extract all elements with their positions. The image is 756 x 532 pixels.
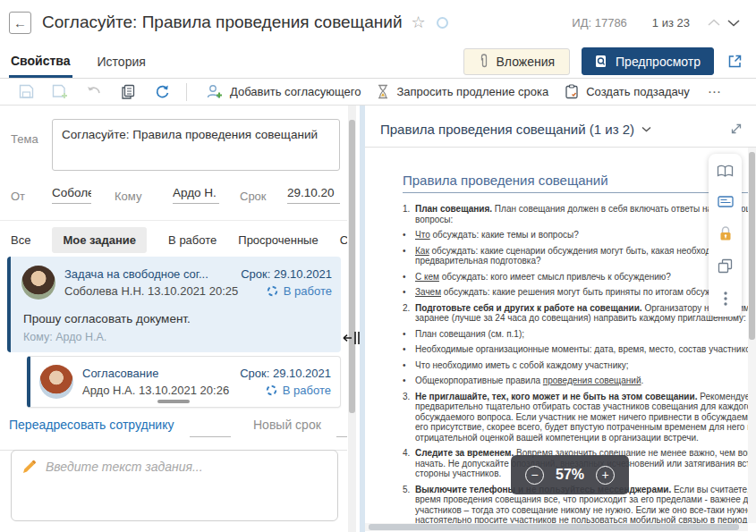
zoom-out-button[interactable]: − xyxy=(525,466,544,485)
save-and-close-button xyxy=(43,81,77,103)
filter-my-task[interactable]: Мое задание xyxy=(52,227,147,253)
preview-scrollbar-thumb[interactable] xyxy=(749,152,755,340)
task-actions-row: Переадресовать сотруднику Новый срок xyxy=(0,407,347,451)
doc-list-item: 3.Не приглашайте, тех, кого может и не б… xyxy=(403,392,748,443)
favorite-star-icon[interactable]: ☆ xyxy=(412,13,426,32)
new-deadline-field[interactable] xyxy=(336,421,347,437)
filter-with-comments[interactable]: С ком xyxy=(340,233,347,247)
person-plus-icon xyxy=(207,84,223,100)
task-card-deadline: Срок: 29.10.2021 xyxy=(240,365,331,382)
lock-button[interactable] xyxy=(718,225,733,241)
preview-document-title[interactable]: Правила проведения совещаний (1 из 2) xyxy=(380,122,634,137)
tab-history[interactable]: История xyxy=(96,46,148,76)
left-panel-scrollbar xyxy=(348,106,356,532)
doc-list-item: 2.Подготовьте себя и других к работе на … xyxy=(403,303,748,324)
doc-list-item: •Как обсуждать: какие сценарии обсуждени… xyxy=(403,246,748,266)
undo-button xyxy=(77,81,111,103)
deadline-label: Срок xyxy=(240,190,267,203)
annotations-button[interactable] xyxy=(718,196,734,207)
filter-in-progress[interactable]: В работе xyxy=(168,233,217,247)
from-label: От xyxy=(11,190,25,203)
refresh-button[interactable] xyxy=(145,81,179,103)
to-label: Кому xyxy=(115,190,141,203)
task-card-status: В работе xyxy=(283,382,331,399)
vertical-dots-icon xyxy=(724,291,727,306)
zoom-control: − 57% + xyxy=(511,455,629,494)
section-drag-handle[interactable] xyxy=(157,400,190,403)
filter-overdue[interactable]: Просроченные xyxy=(238,233,318,247)
layers-icon xyxy=(718,258,733,274)
attachments-label: Вложения xyxy=(496,55,555,69)
task-card-author-date: Ардо Н.А. 13.10.2021 20:26 xyxy=(82,382,229,399)
to-field[interactable]: Ардо Н. xyxy=(173,186,219,204)
next-record-button[interactable] xyxy=(724,13,743,32)
create-subtask-label: Создать подзадачу xyxy=(586,85,690,98)
forward-employee-field[interactable] xyxy=(190,421,231,437)
new-deadline-label: Новый срок xyxy=(253,418,321,432)
zoom-level: 57% xyxy=(556,467,584,483)
task-card-selected[interactable]: Задача на свободное сог... Срок: 29.10.2… xyxy=(7,257,341,352)
task-card-to: Кому: Ардо Н.А. xyxy=(23,331,332,343)
task-properties-panel: Тема Согласуйте: Правила проведения сове… xyxy=(0,106,347,532)
add-approver-button[interactable]: Добавить согласующего xyxy=(207,84,361,100)
in-progress-spinner-icon xyxy=(267,285,278,297)
tab-properties[interactable]: Свойства xyxy=(9,46,72,78)
toolbar-separator xyxy=(186,83,187,101)
preview-more-button[interactable] xyxy=(724,291,727,306)
avatar-soboleva xyxy=(21,266,55,300)
doc-list-item: •С кем обсуждать: кого имеет смысл привл… xyxy=(403,272,748,283)
subject-input[interactable]: Согласуйте: Правила проведения совещаний xyxy=(52,119,340,171)
refresh-icon xyxy=(155,84,170,99)
preview-header: Правила проведения совещаний (1 из 2) xyxy=(365,106,756,148)
read-mode-button[interactable] xyxy=(717,165,734,178)
window-header: ← Согласуйте: Правила проведения совещан… xyxy=(0,0,756,45)
document-preview-panel: Правила проведения совещаний (1 из 2) Пр… xyxy=(360,106,756,532)
save-button xyxy=(9,81,43,103)
forward-to-employee-link[interactable]: Переадресовать сотруднику xyxy=(9,418,174,432)
annotation-panel-icon xyxy=(718,196,734,207)
status-ring-icon xyxy=(437,17,448,29)
task-card-status: В работе xyxy=(284,283,332,300)
versions-button[interactable] xyxy=(718,258,733,274)
doc-list-item: •Зачем обсуждать: какие решения могут бы… xyxy=(403,287,748,298)
avatar-ardo xyxy=(39,365,73,399)
toolbar-more-button[interactable]: ⋯ xyxy=(708,84,722,100)
task-card-deadline: Срок: 29.10.2021 xyxy=(241,266,332,283)
zoom-in-button[interactable]: + xyxy=(596,466,615,485)
doc-list-item: 1.План совещания. План совещания должен … xyxy=(403,204,748,224)
preview-label: Предпросмотр xyxy=(616,55,701,69)
copy-button[interactable] xyxy=(111,81,145,103)
attachments-button[interactable]: Вложения xyxy=(463,48,570,75)
task-card-title: Задача на свободное сог... xyxy=(64,266,208,283)
document-selector-chevron-icon[interactable] xyxy=(641,126,651,132)
left-scrollbar-thumb[interactable] xyxy=(349,120,355,413)
task-card-author-date: Соболева Н.Н. 13.10.2021 20:25 xyxy=(64,283,238,300)
chevron-down-icon xyxy=(727,19,740,27)
preview-button[interactable]: Предпросмотр xyxy=(582,47,714,75)
hourglass-icon xyxy=(377,84,389,99)
expand-preview-button[interactable] xyxy=(729,122,743,136)
filter-all[interactable]: Все xyxy=(11,233,30,247)
subtask-icon xyxy=(565,84,579,99)
subject-label: Тема xyxy=(11,132,38,146)
task-text-input[interactable] xyxy=(11,450,338,521)
doc-list-item: •Общекорпоративные правила проведения со… xyxy=(403,376,748,386)
save-icon xyxy=(19,84,34,99)
doc-list-item: •План совещания (см. п.1); xyxy=(403,329,748,340)
document-heading: Правила проведения совещаний xyxy=(403,173,748,193)
preview-tools xyxy=(709,154,742,317)
record-pager: 1 из 23 xyxy=(652,16,690,30)
paperclip-icon xyxy=(479,54,489,69)
request-extension-button[interactable]: Запросить продление срока xyxy=(377,84,548,99)
doc-list-item: •Что обсуждать: какие темы и вопросы? xyxy=(403,230,748,241)
back-arrow-icon: ← xyxy=(13,15,27,30)
back-button[interactable]: ← xyxy=(9,12,31,34)
prev-record-button[interactable] xyxy=(704,13,724,32)
open-in-window-button[interactable] xyxy=(726,53,743,70)
deadline-field[interactable]: 29.10.20 xyxy=(287,186,340,204)
create-subtask-button[interactable]: Создать подзадачу xyxy=(565,84,690,99)
doc-list-item: •Что необходимо иметь с собой каждому уч… xyxy=(403,360,748,371)
preview-hscrollbar-thumb[interactable] xyxy=(369,524,739,530)
from-field[interactable]: Соболев xyxy=(52,186,91,204)
add-approver-label: Добавить согласующего xyxy=(230,85,361,98)
